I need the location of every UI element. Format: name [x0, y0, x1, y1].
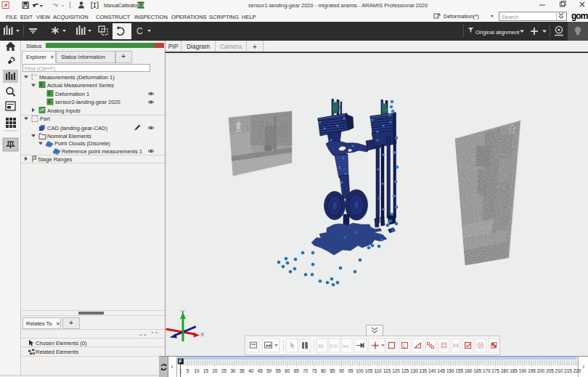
svg-text:185: 185 [510, 368, 518, 373]
svg-text:150: 150 [446, 368, 454, 373]
svg-text:Stage Ranges: Stage Ranges [38, 156, 73, 163]
svg-text:Part: Part [40, 115, 51, 122]
svg-text:45: 45 [258, 368, 264, 373]
svg-text:gom: gom [571, 11, 588, 21]
svg-text:Measurements (Deformation 1): Measurements (Deformation 1) [39, 74, 115, 81]
svg-text:Analog Inputs: Analog Inputs [47, 108, 81, 114]
svg-text:Point Clouds (Discrete): Point Clouds (Discrete) [54, 140, 111, 147]
svg-text:Inv: Inv [343, 344, 349, 349]
svg-text:30: 30 [230, 368, 236, 373]
svg-text:115: 115 [383, 368, 391, 373]
svg-text:175: 175 [491, 368, 499, 373]
svg-text:75: 75 [312, 368, 318, 373]
svg-text:Actual Measurement Series: Actual Measurement Series [47, 82, 114, 89]
svg-text:100: 100 [356, 368, 364, 373]
svg-text:165: 165 [473, 368, 481, 373]
svg-text:Deformation 1: Deformation 1 [55, 91, 89, 97]
svg-text:sensor2-landing-gear 2020: sensor2-landing-gear 2020 [55, 99, 121, 105]
svg-text:35: 35 [240, 368, 245, 373]
svg-text:70: 70 [303, 368, 309, 373]
svg-text:80: 80 [321, 368, 327, 373]
svg-text:65: 65 [294, 368, 300, 373]
svg-text:L: L [404, 344, 407, 349]
svg-text:140: 140 [428, 368, 436, 373]
svg-text:210: 210 [555, 368, 563, 373]
svg-text:C: C [136, 26, 143, 36]
svg-text:Related Elements: Related Elements [36, 349, 78, 355]
svg-text:120: 120 [392, 368, 400, 373]
svg-text:135: 135 [420, 368, 428, 373]
svg-text:X: X [200, 331, 205, 338]
svg-text:95: 95 [348, 368, 354, 373]
svg-text:Chosen Elements (0): Chosen Elements (0) [36, 340, 87, 346]
svg-text:170: 170 [483, 368, 491, 373]
svg-text:125: 125 [401, 368, 409, 373]
svg-text:195: 195 [528, 368, 536, 373]
svg-text:CAD (landing-gear-CAD): CAD (landing-gear-CAD) [47, 125, 107, 131]
svg-text:10: 10 [194, 368, 200, 373]
svg-text:5: 5 [187, 368, 189, 373]
svg-text:All: All [318, 344, 324, 349]
svg-text:215: 215 [564, 368, 572, 373]
svg-text:55: 55 [276, 368, 282, 373]
svg-text:90: 90 [339, 368, 345, 373]
svg-text:155: 155 [455, 368, 463, 373]
svg-text:110: 110 [374, 368, 382, 373]
svg-text:40: 40 [248, 368, 254, 373]
svg-text:180: 180 [501, 368, 509, 373]
svg-text:Y: Y [181, 309, 185, 315]
svg-text:Reference point measurements 1: Reference point measurements 1 [62, 148, 142, 155]
svg-text:105: 105 [365, 368, 373, 373]
svg-text:160: 160 [465, 368, 473, 373]
svg-text:205: 205 [546, 368, 554, 373]
svg-text:15: 15 [203, 368, 209, 373]
svg-text:190: 190 [519, 368, 527, 373]
svg-text:Original alignment: Original alignment [475, 29, 520, 36]
svg-text:25: 25 [221, 368, 227, 373]
svg-text:20: 20 [212, 368, 218, 373]
svg-text:145: 145 [438, 368, 446, 373]
svg-text:130: 130 [410, 368, 418, 373]
svg-text:0 in: 0 in [330, 344, 338, 349]
svg-text:50: 50 [266, 368, 272, 373]
svg-text:60: 60 [285, 368, 290, 373]
svg-text:200: 200 [537, 368, 545, 373]
svg-text:220: 220 [573, 368, 581, 373]
svg-text:85: 85 [330, 368, 336, 373]
svg-text:Nominal Elements: Nominal Elements [47, 133, 91, 139]
